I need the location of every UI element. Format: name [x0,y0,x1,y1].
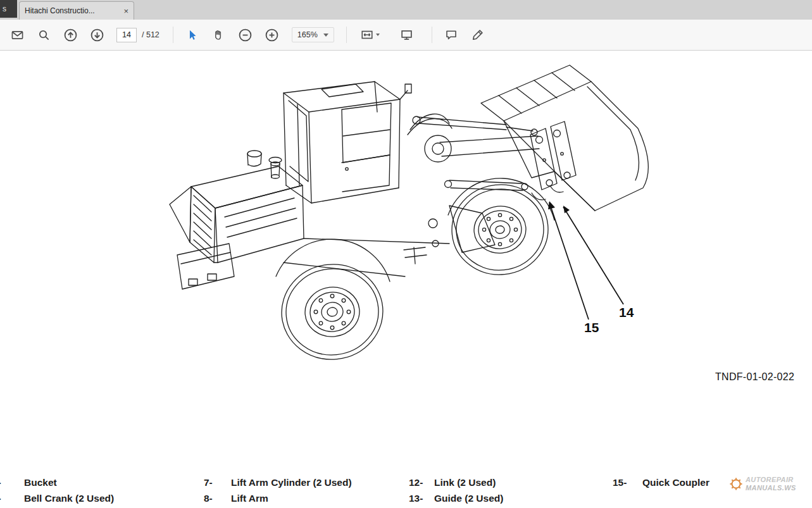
parts-row: 7- Lift Arm Cylinder (2 Used) [204,474,352,490]
part-name: Link (2 Used) [434,474,496,490]
mail-icon [11,29,23,41]
part-number: 13- [409,490,434,506]
tab-title: Hitachi Constructio... [25,6,120,15]
tab-close-icon[interactable]: × [123,7,128,15]
gear-icon [729,477,743,491]
wheel-loader-diagram: 15 14 [152,54,658,370]
pdf-page: 15 14 TNDF-01-02-022 1- Bucket 2- Bell C… [0,51,812,508]
part-number: 15- [613,474,642,490]
zoom-in-icon [265,28,278,42]
background-window-tab[interactable]: s [0,0,17,18]
part-number: 12- [409,474,434,490]
page-up-icon [64,28,77,42]
fit-width-button[interactable] [356,25,385,45]
parts-row: 2- Bell Crank (2 Used) [0,490,114,506]
part-name: Lift Arm Cylinder (2 Used) [231,474,352,490]
page-down-icon [91,28,104,42]
hand-tool-icon [213,29,225,41]
part-number: 2- [0,490,24,506]
comment-button[interactable] [441,25,461,45]
page-display-icon [400,28,413,42]
watermark-line-1: AUTOREPAIR [746,476,796,484]
part-name: Quick Coupler [642,474,709,490]
zoom-level-dropdown[interactable]: 165% [292,27,334,42]
fit-width-icon [361,28,373,41]
page-number-input[interactable] [116,28,137,42]
parts-column-3: 12- Link (2 Used) 13- Guide (2 Used) [409,474,503,506]
select-tool-button[interactable] [182,25,203,45]
page-display-button[interactable] [397,25,417,45]
hand-tool-button[interactable] [209,25,229,45]
zoom-in-button[interactable] [262,25,282,45]
document-tab[interactable]: Hitachi Constructio... × [19,1,134,20]
parts-row: 13- Guide (2 Used) [409,490,503,506]
parts-column-2: 7- Lift Arm Cylinder (2 Used) 8- Lift Ar… [204,474,352,506]
page-total-label: / 512 [142,30,159,39]
page-number-group: / 512 [116,28,159,42]
mail-button[interactable] [7,25,27,45]
highlighter-button[interactable] [468,25,488,45]
zoom-out-button[interactable] [235,25,256,45]
zoom-out-icon [239,28,252,42]
chevron-down-icon [376,34,380,36]
part-name: Bucket [24,474,57,490]
background-tab-label: s [3,4,6,13]
comment-icon [445,28,458,41]
next-page-button[interactable] [87,25,107,45]
previous-page-button[interactable] [60,25,80,45]
watermark-line-2: MANUALS.WS [746,484,796,492]
select-cursor-icon [186,29,198,41]
parts-row: 12- Link (2 Used) [409,474,503,490]
tab-bar: s Hitachi Constructio... × [0,0,812,20]
parts-column-1: 1- Bucket 2- Bell Crank (2 Used) [0,474,114,506]
part-number: 8- [204,490,231,506]
search-button[interactable] [34,25,54,45]
parts-row: 1- Bucket [0,474,114,490]
highlighter-icon [472,28,484,41]
part-name: Lift Arm [231,490,268,506]
parts-column-4: 15- Quick Coupler [613,474,709,490]
search-icon [38,29,50,41]
toolbar-separator [173,27,173,43]
toolbar-separator [432,27,432,43]
part-name: Guide (2 Used) [434,490,503,506]
callout-label-14: 14 [619,305,634,319]
callout-label-15: 15 [584,320,599,335]
figure-reference-code: TNDF-01-02-022 [715,371,794,383]
part-name: Bell Crank (2 Used) [24,490,114,506]
parts-row: 8- Lift Arm [204,490,352,506]
zoom-level-value: 165% [297,30,318,39]
part-number: 7- [204,474,231,490]
pdf-toolbar: / 512 165% [0,20,812,51]
part-number: 1- [0,474,24,490]
parts-row: 15- Quick Coupler [613,474,709,490]
watermark: AUTOREPAIR MANUALS.WS [729,476,796,492]
toolbar-separator [346,27,347,43]
chevron-down-icon [323,34,328,37]
